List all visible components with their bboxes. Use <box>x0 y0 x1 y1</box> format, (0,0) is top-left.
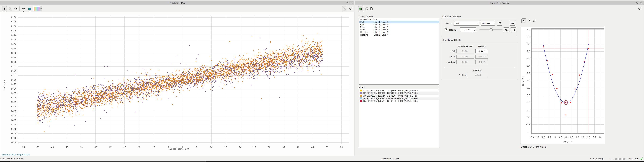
plot-window-title: Patch Test Plot <box>170 2 185 5</box>
cursor-icon <box>522 19 525 22</box>
offset-label: Offset: <box>445 23 451 25</box>
selection-set-row[interactable]: HeadingLine: 1, Line: 4 <box>360 34 439 36</box>
head1-checkbox[interactable] <box>445 28 448 31</box>
chevron-down-icon <box>349 8 352 10</box>
rms-select-tool-button[interactable] <box>521 18 526 23</box>
color-mode-button[interactable] <box>27 6 32 11</box>
floppy-disk-icon <box>365 8 368 10</box>
rms-home-view-button[interactable] <box>532 18 536 23</box>
control-titlebar[interactable]: Patch Test Control <box>356 1 644 5</box>
roll-row-label: Roll: <box>442 49 456 53</box>
rms-plot-canvas[interactable] <box>521 27 605 144</box>
check-icon <box>445 29 447 31</box>
magnifier-icon <box>9 7 12 10</box>
magnifier-icon <box>528 19 530 22</box>
line-row[interactable]: 04: 20191025_154040 - S-4 (240) - 0001 (… <box>360 97 439 100</box>
selection-set-row[interactable]: HeadingLine: 1, Line: 3 <box>360 31 439 34</box>
close-icon[interactable] <box>639 2 642 5</box>
report-button[interactable] <box>369 6 374 11</box>
undo-icon <box>512 28 515 31</box>
cumulative-offsets-group: Motion Sensor Head 1 Roll: 0.000° -2.447… <box>442 42 517 79</box>
chevron-down-icon <box>23 11 24 12</box>
status-bar: ction: 108.99m × 5.45m Auto Import: OFF … <box>0 156 644 161</box>
point-size-button[interactable] <box>21 6 26 11</box>
float-window-icon[interactable] <box>636 2 638 5</box>
m-plus-button[interactable]: M+ <box>510 21 516 26</box>
select-tool-button[interactable] <box>2 6 7 11</box>
head1-checkbox-label: Head 1 <box>449 29 456 31</box>
divider <box>444 67 514 67</box>
plot-canvas-area: Across Test Area (m) Depth (m) Distance … <box>0 12 354 156</box>
undo-button[interactable] <box>511 27 516 32</box>
offset-slider[interactable] <box>480 29 502 30</box>
selection-set-row[interactable]: PitchLine: 2, Line: 3 <box>360 26 439 28</box>
depth-scatter-canvas[interactable] <box>0 12 354 157</box>
line-row[interactable]: 03: 20191025_181124 - S-2 (120) - 0001 (… <box>360 94 439 97</box>
lines-list[interactable]: 01: 20191025_174537 - S-3 (180) - 0001 (… <box>359 89 439 148</box>
refresh-icon <box>498 22 501 25</box>
toggle-on-icon <box>359 8 362 10</box>
color-swatch-icon <box>28 8 31 10</box>
line-color-swatch <box>360 90 362 91</box>
toolbar-separator <box>19 7 20 11</box>
colormap-select[interactable] <box>33 6 42 11</box>
plot-options-button[interactable] <box>348 6 352 11</box>
head1-column-header: Head 1 <box>476 45 488 48</box>
home-view-button[interactable] <box>13 6 18 11</box>
chevron-down-icon <box>476 23 478 24</box>
x-axis-title: Across Test Area (m) <box>169 147 190 150</box>
swath-icon <box>343 7 346 11</box>
selection-set-row[interactable]: PitchLine: 4, Line: 5 <box>360 28 439 31</box>
offset-slider-handle[interactable] <box>490 28 492 31</box>
sonar-select[interactable]: Multibea <box>481 21 495 26</box>
selection-set-row[interactable]: Manual selection <box>360 18 439 21</box>
tiles-loading-count: 0 <box>610 156 611 161</box>
control-window-title: Patch Test Control <box>490 2 509 5</box>
plot-titlebar[interactable]: Patch Test Plot <box>0 1 354 5</box>
line-row[interactable]: 05: 20191025_173524 - S-4 (240) - 0001 (… <box>360 100 439 102</box>
selection-set-row[interactable]: RollLine: 2, Line: 3 <box>360 21 439 23</box>
close-icon[interactable] <box>350 2 353 5</box>
tiles-progress-bar <box>614 157 628 160</box>
save-button[interactable] <box>364 6 369 11</box>
rms-result-readout: Offset -0.366 RMS 0.371 <box>521 145 546 148</box>
chevron-down-icon <box>493 23 494 24</box>
offset-type-select[interactable]: Roll <box>454 21 479 26</box>
selection-set-row[interactable]: RollLine: 4, Line: 5 <box>360 23 439 26</box>
selection-sets-label: Selection Sets: <box>359 15 374 18</box>
patch-test-plot-window: Patch Test Plot <box>0 1 354 156</box>
auto-solve-toggle-button[interactable] <box>358 6 363 11</box>
selection-sets-list[interactable]: Manual selectionRollLine: 2, Line: 3Roll… <box>359 18 439 85</box>
tiles-loading-label: Tiles Loading: <box>590 156 603 161</box>
position-label: Position: <box>452 73 467 77</box>
bottom-strip <box>0 161 644 162</box>
status-ok-check-icon[interactable] <box>640 157 643 160</box>
home-icon <box>14 7 17 10</box>
spin-down-icon[interactable] <box>474 30 475 31</box>
swath-display-button[interactable] <box>342 6 347 11</box>
motion-sensor-column-header: Motion Sensor <box>456 45 474 48</box>
heading-motion-field: 0.000° <box>456 60 474 64</box>
line-color-swatch <box>360 97 362 99</box>
line-row[interactable]: 02: 20191025_180039 - S-2 (120) - 0001 (… <box>360 92 439 94</box>
heading-head1-field: 0.000° <box>476 60 488 64</box>
spin-up-icon[interactable] <box>474 29 475 29</box>
home-icon <box>533 19 536 22</box>
rms-zoom-tool-button[interactable] <box>527 18 531 23</box>
line-color-swatch <box>360 92 362 94</box>
head1-offset-value: +0.008° <box>460 28 472 32</box>
lines-label: Lines: <box>359 86 365 89</box>
sonar-value: Multibea <box>482 21 490 26</box>
line-row[interactable]: 01: 20191025_174537 - S-3 (180) - 0001 (… <box>360 89 439 92</box>
y-axis-title: Depth (m) <box>3 80 6 90</box>
refresh-button[interactable] <box>497 21 502 26</box>
selection-size-status: ction: 108.99m × 5.45m <box>0 156 24 161</box>
settings-button[interactable] <box>504 27 509 32</box>
control-options-button[interactable] <box>638 6 642 11</box>
latency-heading: Latency <box>473 69 481 72</box>
head1-offset-spinbox[interactable]: +0.008° <box>460 27 476 32</box>
pitch-motion-field: 0.000° <box>456 55 474 59</box>
zoom-tool-button[interactable] <box>8 6 12 11</box>
position-latency-field: 0.000 <box>468 73 488 77</box>
float-window-icon[interactable] <box>346 2 350 5</box>
